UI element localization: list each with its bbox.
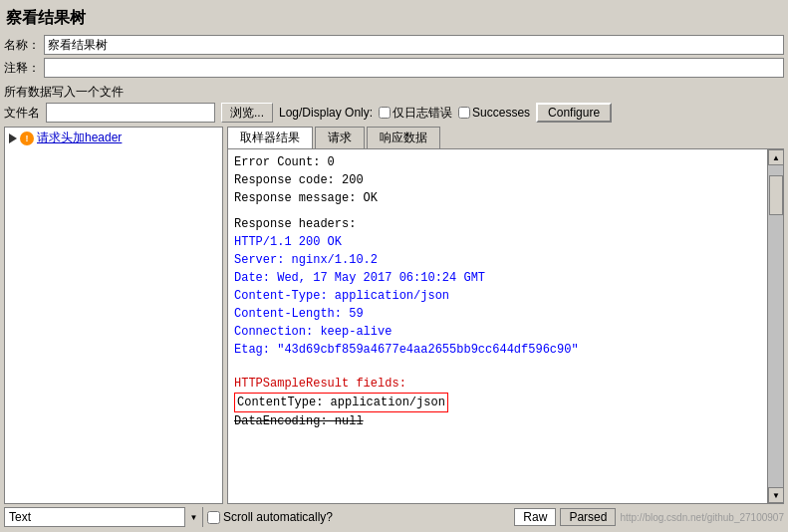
result-line-3: Response message: OK (234, 189, 761, 207)
all-data-title: 所有数据写入一个文件 (4, 82, 784, 103)
right-panel: 取样器结果 请求 响应数据 Error Count: 0 Response co… (227, 127, 784, 504)
data-encoding-text: DataEncoding: null (234, 414, 364, 428)
tabs-bar: 取样器结果 请求 响应数据 (227, 127, 784, 149)
result-line-6: Server: nginx/1.10.2 (234, 251, 761, 269)
log-only-label: Log/Display Only: (279, 106, 373, 120)
browse-button[interactable]: 浏览... (221, 103, 273, 123)
name-label: 名称： (4, 37, 40, 54)
text-dropdown[interactable]: Text ▼ (4, 507, 203, 527)
expand-icon (9, 133, 17, 143)
scrollbar-thumb[interactable] (769, 175, 783, 215)
window-title: 察看结果树 (4, 4, 784, 35)
empty-3 (234, 367, 761, 375)
file-name-label: 文件名 (4, 105, 40, 122)
scrollbar-track (768, 165, 783, 487)
scrollbar-up-button[interactable]: ▲ (768, 149, 784, 165)
log-errors-group: 仅日志错误 (379, 105, 452, 122)
parsed-tab[interactable]: Parsed (560, 508, 616, 526)
http-fields-label: HTTPSampleResult fields: (234, 377, 406, 391)
text-dropdown-arrow-icon[interactable]: ▼ (184, 507, 202, 527)
watermark: http://blog.csdn.net/github_27100907 (620, 512, 784, 523)
log-errors-label: 仅日志错误 (393, 105, 452, 122)
result-line-13: ContentType: application/json (234, 393, 761, 412)
text-dropdown-label: Text (5, 509, 184, 525)
successes-group: Successes (458, 106, 530, 120)
result-line-7: Date: Wed, 17 May 2017 06:10:24 GMT (234, 269, 761, 287)
empty-1 (234, 207, 761, 215)
name-row: 名称： (4, 35, 784, 55)
result-scrollbar: ▲ ▼ (767, 149, 783, 503)
result-line-11: Etag: "43d69cbf859a4677e4aa2655bb9cc644d… (234, 341, 761, 359)
result-line-1: Error Count: 0 (234, 153, 761, 171)
bottom-tabs: Raw Parsed (514, 508, 616, 526)
result-line-5: HTTP/1.1 200 OK (234, 233, 761, 251)
result-line-2: Response code: 200 (234, 171, 761, 189)
tab-request[interactable]: 请求 (315, 127, 365, 148)
configure-button[interactable]: Configure (536, 103, 612, 123)
result-text-area: Error Count: 0 Response code: 200 Respon… (228, 149, 767, 503)
warning-icon: ! (20, 132, 34, 145)
comment-row: 注释： (4, 58, 784, 78)
result-line-10: Connection: keep-alive (234, 323, 761, 341)
result-line-14: DataEncoding: null (234, 412, 761, 430)
result-line-4: Response headers: (234, 215, 761, 233)
tree-item[interactable]: ! 请求头加header (5, 128, 222, 148)
scroll-auto-label: Scroll automatically? (223, 510, 333, 524)
tab-sampler-result[interactable]: 取样器结果 (227, 127, 313, 148)
successes-checkbox[interactable] (458, 107, 470, 119)
toolbar-row: 文件名 浏览... Log/Display Only: 仅日志错误 Succes… (4, 103, 784, 123)
content-type-box: ContentType: application/json (234, 393, 448, 412)
left-tree-panel: ! 请求头加header (4, 127, 223, 504)
name-input[interactable] (44, 35, 784, 55)
file-name-input[interactable] (46, 103, 215, 123)
successes-label: Successes (472, 106, 530, 120)
scroll-check-group: Scroll automatically? (207, 510, 333, 524)
empty-2 (234, 359, 761, 367)
comment-label: 注释： (4, 60, 40, 77)
raw-tab[interactable]: Raw (514, 508, 556, 526)
scrollbar-down-button[interactable]: ▼ (768, 487, 784, 503)
scroll-auto-checkbox[interactable] (207, 511, 220, 524)
tab-response-data[interactable]: 响应数据 (367, 127, 440, 148)
content-area: ! 请求头加header 取样器结果 请求 响应数据 Error Count: … (4, 127, 784, 504)
tree-item-label: 请求头加header (37, 130, 122, 146)
result-content: Error Count: 0 Response code: 200 Respon… (227, 149, 784, 504)
comment-input[interactable] (44, 58, 784, 78)
result-line-8: Content-Type: application/json (234, 287, 761, 305)
bottom-bar: Text ▼ Scroll automatically? Raw Parsed … (4, 506, 784, 528)
log-errors-checkbox[interactable] (379, 107, 391, 119)
form-section: 名称： 注释： (4, 35, 784, 78)
main-window: 察看结果树 名称： 注释： 所有数据写入一个文件 文件名 浏览... Log/D… (0, 0, 788, 532)
result-line-12: HTTPSampleResult fields: (234, 375, 761, 393)
result-line-9: Content-Length: 59 (234, 305, 761, 323)
